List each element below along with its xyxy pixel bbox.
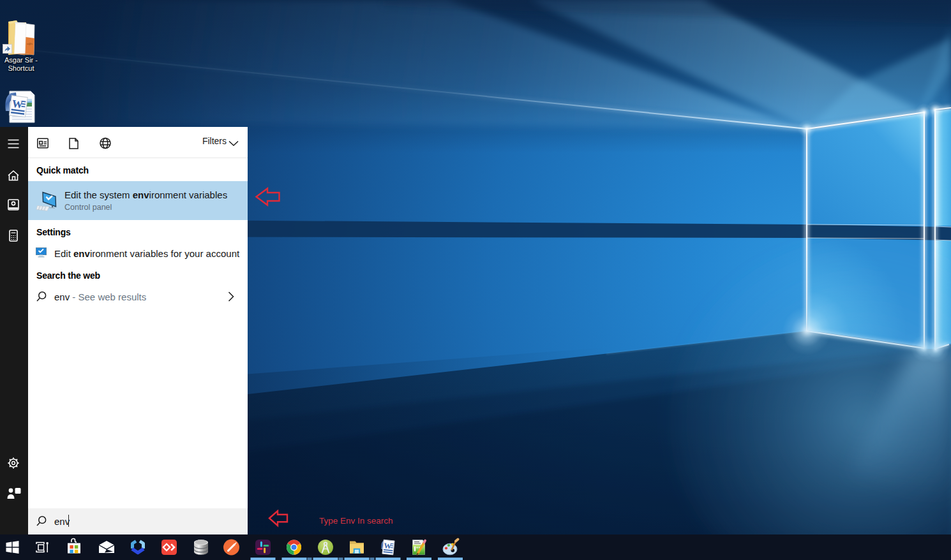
svg-text:o@s: o@s: [27, 42, 33, 45]
